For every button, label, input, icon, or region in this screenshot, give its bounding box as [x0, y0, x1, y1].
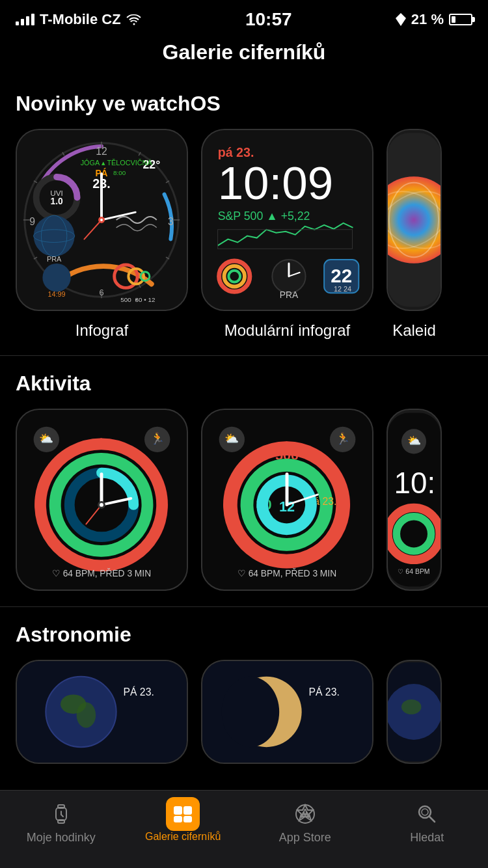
face-thumb-astro-1[interactable]: PÁ 23. [16, 660, 188, 764]
face-thumb-activity-3[interactable]: ⛅ 10: ♡ 64 BPM [386, 409, 442, 591]
tab-item-galerie[interactable]: Galerie ciferníků [122, 797, 245, 843]
svg-text:500: 500 [120, 296, 131, 303]
svg-text:8:00: 8:00 [113, 169, 126, 176]
section-title-novinky: Novinky ve watchOS [0, 76, 488, 129]
face-thumb-modular[interactable]: pá 23. 10:09 S&P 500 ▲ +5,22 [201, 129, 373, 311]
svg-point-26 [34, 215, 75, 256]
tab-label-app-store: App Store [279, 831, 331, 845]
svg-text:12: 12 [96, 146, 107, 157]
face-thumb-activity-2[interactable]: ⛅ 🏃 500 30 pá 23. 12 [201, 409, 373, 591]
svg-text:10:: 10: [394, 467, 436, 500]
svg-text:10:09: 10:09 [218, 157, 333, 209]
search-icon [415, 802, 439, 826]
svg-text:🏃: 🏃 [336, 431, 351, 446]
svg-text:♡ 64 BPM: ♡ 64 BPM [398, 568, 429, 575]
face-item-activity-2[interactable]: ⛅ 🏃 500 30 pá 23. 12 [201, 409, 373, 591]
section-title-astronomie: Astronomie [0, 607, 488, 660]
tab-item-moje-hodinky[interactable]: Moje hodinky [0, 797, 122, 845]
face-label-kaleido: Kaleid [392, 321, 436, 340]
svg-text:3: 3 [168, 216, 174, 227]
svg-text:30 • 12: 30 • 12 [135, 296, 156, 303]
face-thumb-kaleido[interactable] [386, 129, 442, 311]
svg-text:♡ 64 BPM, PŘED 3 MIN: ♡ 64 BPM, PŘED 3 MIN [237, 568, 336, 578]
svg-line-117 [61, 815, 63, 817]
tab-label-galerie: Galerie ciferníků [145, 831, 221, 843]
activity1-svg: ⛅ 🏃 [17, 410, 187, 590]
face-item-kaleido[interactable]: Kaleid [386, 129, 442, 340]
tab-label-hledat: Hledat [410, 831, 444, 845]
face-item-activity-1[interactable]: ⛅ 🏃 [16, 409, 188, 591]
face-label-infograf: Infograf [75, 321, 128, 340]
infograf-svg: 12 3 6 9 UVI 1.0 22° PÁ [17, 130, 187, 310]
signal-icon [16, 14, 34, 25]
section-title-aktivita: Aktivita [0, 356, 488, 409]
faces-row-novinky: 12 3 6 9 UVI 1.0 22° PÁ [0, 129, 488, 355]
svg-rect-118 [174, 806, 182, 815]
tab-icon-hledat [413, 800, 441, 828]
svg-rect-121 [183, 816, 192, 822]
svg-point-112 [401, 699, 421, 714]
tab-icon-moje-hodinky [47, 800, 75, 828]
svg-text:🏃: 🏃 [150, 431, 165, 446]
svg-point-30 [42, 264, 70, 292]
svg-text:⛅: ⛅ [224, 431, 239, 446]
astro2-svg: PÁ 23. [202, 660, 372, 764]
face-thumb-astro-2[interactable]: PÁ 23. [201, 660, 373, 764]
svg-text:♡ 64 BPM, PŘED 3 MIN: ♡ 64 BPM, PŘED 3 MIN [52, 568, 151, 578]
faces-row-aktivita: ⛅ 🏃 [0, 409, 488, 606]
gallery-icon [171, 801, 195, 824]
svg-point-59 [388, 176, 441, 263]
battery-icon [449, 14, 472, 25]
face-thumb-astro-3[interactable] [386, 660, 442, 764]
face-item-infograf[interactable]: 12 3 6 9 UVI 1.0 22° PÁ [16, 129, 188, 340]
face-thumb-infograf[interactable]: 12 3 6 9 UVI 1.0 22° PÁ [16, 129, 188, 311]
section-aktivita: Aktivita ⛅ 🏃 [0, 356, 488, 606]
activity2-svg: ⛅ 🏃 500 30 pá 23. 12 [202, 410, 372, 590]
svg-text:JÓGA ▴ TĚLOCVIČNÁ: JÓGA ▴ TĚLOCVIČNÁ [81, 159, 153, 167]
face-item-modular[interactable]: pá 23. 10:09 S&P 500 ▲ +5,22 [201, 129, 373, 340]
svg-text:⛅: ⛅ [39, 431, 54, 446]
faces-row-astronomie: PÁ 23. PÁ 23. [0, 660, 488, 780]
face-item-astro-2[interactable]: PÁ 23. [201, 660, 373, 764]
svg-text:PRA: PRA [280, 290, 299, 300]
status-bar: T-Mobile CZ 10:57 21 % [0, 0, 488, 35]
svg-text:1.0: 1.0 [50, 197, 62, 206]
astro1-svg: PÁ 23. [17, 660, 187, 764]
svg-text:22: 22 [331, 265, 352, 286]
svg-text:PÁ 23.: PÁ 23. [308, 686, 339, 698]
modular-svg: pá 23. 10:09 S&P 500 ▲ +5,22 [202, 130, 372, 310]
kaleido-svg [388, 129, 441, 311]
face-item-astro-1[interactable]: PÁ 23. [16, 660, 188, 764]
face-item-activity-3[interactable]: ⛅ 10: ♡ 64 BPM [386, 409, 442, 591]
svg-rect-115 [58, 820, 64, 823]
svg-text:⛅: ⛅ [407, 434, 422, 448]
tab-item-app-store[interactable]: A App Store [244, 797, 366, 845]
location-icon [396, 13, 406, 26]
section-novinky: Novinky ve watchOS [0, 76, 488, 355]
wifi-icon [126, 13, 142, 26]
svg-text:PRA: PRA [47, 255, 62, 263]
appstore-icon: A [293, 802, 317, 826]
tab-item-hledat[interactable]: Hledat [366, 797, 489, 845]
svg-text:PÁ 23.: PÁ 23. [123, 686, 154, 698]
svg-text:6: 6 [99, 288, 103, 297]
tab-active-bg [166, 797, 200, 831]
svg-point-75 [100, 503, 103, 507]
status-left: T-Mobile CZ [16, 11, 142, 28]
battery-percent: 21 % [411, 11, 444, 28]
svg-point-103 [77, 702, 96, 727]
watch-icon [49, 802, 73, 826]
tab-icon-app-store: A [291, 800, 319, 828]
face-thumb-activity-1[interactable]: ⛅ 🏃 [16, 409, 188, 591]
svg-text:S&P 500 ▲ +5,22: S&P 500 ▲ +5,22 [218, 210, 310, 223]
activity3-svg: ⛅ 10: ♡ 64 BPM [388, 409, 441, 591]
svg-rect-120 [174, 816, 182, 822]
tab-label-moje-hodinky: Moje hodinky [27, 831, 96, 845]
svg-rect-119 [183, 806, 192, 815]
svg-text:9: 9 [29, 216, 35, 227]
carrier-label: T-Mobile CZ [40, 11, 121, 28]
svg-text:12   24: 12 24 [334, 285, 351, 293]
face-item-astro-3[interactable] [386, 660, 442, 764]
svg-line-126 [429, 817, 435, 822]
page-title: Galerie ciferníků [0, 35, 488, 76]
